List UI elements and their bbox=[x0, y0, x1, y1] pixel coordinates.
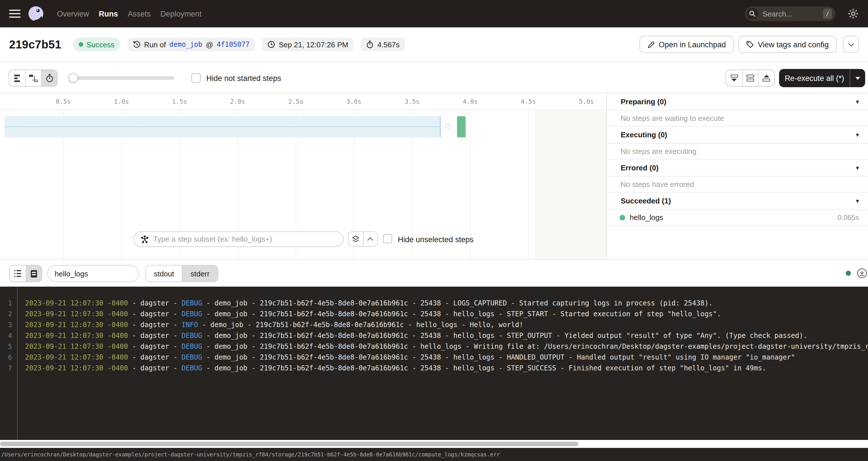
reexecute-all-button[interactable]: Re-execute all (*) bbox=[779, 69, 865, 87]
log-text: 2023-09-21 12:07:30 -0400 - dagster - DE… bbox=[25, 310, 721, 318]
step-row[interactable]: hello_logs0.065s bbox=[607, 210, 868, 226]
log-source: - dagster - bbox=[128, 364, 182, 372]
duration-tag: 4.567s bbox=[361, 38, 405, 51]
log-file-path-bar: /Users/erincochran/Desktop/dagster-examp… bbox=[0, 448, 868, 461]
tab-stderr[interactable]: stderr bbox=[182, 266, 217, 281]
step-name: hello_logs bbox=[630, 213, 663, 222]
open-in-launchpad-button[interactable]: Open in Launchpad bbox=[640, 36, 734, 53]
step-success-dot-icon bbox=[620, 215, 625, 220]
gear-icon[interactable] bbox=[847, 8, 859, 19]
gantt-flat-view-button[interactable] bbox=[9, 70, 25, 86]
search-bar[interactable]: / bbox=[745, 6, 836, 21]
log-line-number: 5 bbox=[0, 341, 12, 352]
search-input[interactable] bbox=[763, 9, 823, 18]
structured-log-view-button[interactable] bbox=[10, 266, 26, 281]
log-line-number: 1 bbox=[0, 298, 12, 309]
gantt-toolbar: Hide not started steps Re-execute all (*… bbox=[0, 62, 868, 93]
log-step-filter-input[interactable] bbox=[47, 265, 139, 282]
axis-tick-label: 1.0s bbox=[114, 98, 129, 105]
step-section-header[interactable]: Succeeded (1)▾ bbox=[607, 193, 868, 210]
run-header: 219c7b51 Success Run of demo_job @ 4f105… bbox=[0, 27, 868, 62]
dagster-logo-icon[interactable] bbox=[29, 6, 43, 21]
step-duration: 0.065s bbox=[838, 213, 859, 221]
log-line: 42023-09-21 12:07:30 -0400 - dagster - D… bbox=[0, 331, 868, 341]
nav-link-overview[interactable]: Overview bbox=[57, 9, 89, 18]
split-panels-button[interactable] bbox=[742, 70, 758, 86]
raw-log-area[interactable]: 12023-09-21 12:07:30 -0400 - dagster - D… bbox=[0, 287, 868, 440]
raw-log-view-button[interactable] bbox=[26, 266, 41, 281]
chevron-down-icon: ▾ bbox=[856, 132, 859, 138]
gantt-timed-view-button[interactable] bbox=[41, 70, 57, 86]
gantt-view-mode-group bbox=[8, 69, 58, 87]
op-selector-icon bbox=[141, 235, 149, 243]
gantt-waterfall-view-button[interactable] bbox=[25, 70, 41, 86]
step-section-header[interactable]: Executing (0)▾ bbox=[607, 126, 868, 144]
log-level: DEBUG bbox=[182, 364, 202, 372]
axis-tick-label: 3.5s bbox=[405, 98, 420, 105]
step-subset-filter[interactable] bbox=[133, 232, 344, 247]
tab-stdout[interactable]: stdout bbox=[146, 266, 182, 281]
zoom-slider-knob[interactable] bbox=[68, 73, 78, 83]
snapshot-id-link[interactable]: 4f105077 bbox=[217, 40, 250, 49]
hide-not-started-checkbox[interactable] bbox=[191, 73, 200, 83]
step-bar-hello-logs[interactable] bbox=[457, 116, 466, 137]
log-line-number: 7 bbox=[0, 363, 12, 374]
hide-unselected-label: Hide unselected steps bbox=[398, 235, 474, 244]
log-text: 2023-09-21 12:07:30 -0400 - dagster - IN… bbox=[25, 321, 523, 329]
reexecute-menu-button[interactable] bbox=[850, 76, 865, 80]
log-level: INFO bbox=[182, 321, 198, 329]
section-empty-message: No steps are executing bbox=[607, 144, 868, 159]
collapse-bottom-panel-button[interactable] bbox=[726, 70, 742, 86]
log-timestamp: 2023-09-21 12:07:30 -0400 bbox=[25, 321, 128, 329]
clock-icon bbox=[267, 40, 275, 49]
download-logs-button[interactable] bbox=[857, 268, 867, 279]
collapse-subset-button[interactable] bbox=[363, 232, 377, 246]
log-message: - demo_job - 219c7b51-b62f-4e5b-8de8-0e7… bbox=[202, 353, 795, 361]
log-message: - demo_job - 219c7b51-b62f-4e5b-8de8-0e7… bbox=[202, 332, 807, 340]
hide-not-started-label: Hide not started steps bbox=[206, 74, 281, 83]
axis-gridline bbox=[528, 110, 529, 259]
log-source: - dagster - bbox=[128, 342, 182, 350]
stopwatch-icon bbox=[45, 73, 54, 83]
log-level: DEBUG bbox=[182, 310, 202, 318]
log-level: DEBUG bbox=[182, 299, 202, 307]
log-timestamp: 2023-09-21 12:07:30 -0400 bbox=[25, 299, 128, 307]
step-section-header[interactable]: Errored (0)▾ bbox=[607, 159, 868, 177]
log-message: - demo_job - 219c7b51-b62f-4e5b-8de8-0e7… bbox=[202, 342, 868, 350]
status-badge: Success bbox=[73, 38, 120, 51]
log-level: DEBUG bbox=[182, 342, 202, 350]
axis-tick-label: 3.0s bbox=[346, 98, 362, 105]
graph-query-button[interactable] bbox=[349, 232, 363, 246]
log-timestamp: 2023-09-21 12:07:30 -0400 bbox=[25, 332, 128, 340]
log-horizontal-scrollbar[interactable] bbox=[0, 440, 868, 448]
step-section-header[interactable]: Preparing (0)▾ bbox=[607, 93, 868, 111]
step-subset-input[interactable] bbox=[153, 235, 336, 243]
hide-unselected-checkbox[interactable] bbox=[383, 234, 392, 243]
subset-option-buttons bbox=[348, 232, 378, 247]
log-message: - demo_job - 219c7b51-b62f-4e5b-8de8-0e7… bbox=[202, 310, 721, 318]
scrollbar-thumb[interactable] bbox=[0, 442, 579, 446]
log-text: 2023-09-21 12:07:30 -0400 - dagster - DE… bbox=[25, 353, 795, 361]
zoom-slider-track[interactable] bbox=[73, 76, 175, 80]
nav-link-deployment[interactable]: Deployment bbox=[160, 9, 202, 18]
log-line: 52023-09-21 12:07:30 -0400 - dagster - D… bbox=[0, 341, 868, 352]
log-text: 2023-09-21 12:07:30 -0400 - dagster - DE… bbox=[25, 332, 807, 340]
timeline-axis: 0.5s1.0s1.5s2.0s2.5s3.0s3.5s4.0s4.5s5.0s bbox=[0, 93, 607, 110]
top-nav: OverviewRunsAssetsDeployment / bbox=[0, 0, 868, 27]
log-line-number: 6 bbox=[0, 352, 12, 363]
nav-link-assets[interactable]: Assets bbox=[128, 9, 151, 18]
panel-split-icon bbox=[747, 75, 754, 82]
log-source: - dagster - bbox=[128, 321, 182, 329]
job-name-link[interactable]: demo_job bbox=[169, 40, 202, 49]
log-message: - demo_job - 219c7b51-b62f-4e5b-8de8-0e7… bbox=[198, 321, 524, 329]
expand-bottom-panel-button[interactable] bbox=[758, 70, 774, 86]
caret-down-icon bbox=[856, 76, 860, 80]
log-toolbar: stdoutstderr bbox=[0, 259, 868, 287]
menu-icon[interactable] bbox=[9, 9, 21, 18]
section-title: Preparing (0) bbox=[621, 97, 666, 106]
run-actions-menu-button[interactable] bbox=[843, 36, 859, 53]
chevron-down-icon: ▾ bbox=[856, 99, 859, 105]
nav-link-runs[interactable]: Runs bbox=[99, 9, 118, 18]
view-tags-config-button[interactable]: View tags and config bbox=[738, 36, 837, 53]
dagster-run-page: OverviewRunsAssetsDeployment / 219c7b51 bbox=[0, 0, 868, 461]
